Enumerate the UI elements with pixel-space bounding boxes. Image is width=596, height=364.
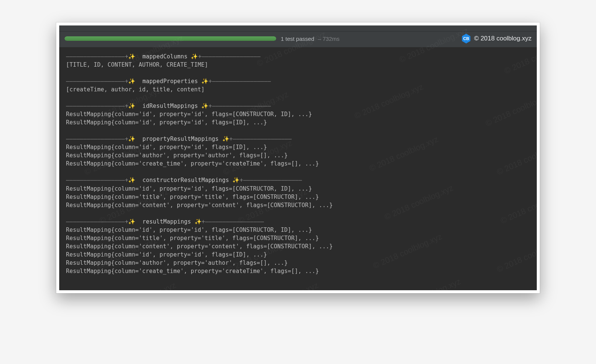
test-progress-fill bbox=[64, 36, 276, 41]
tests-passed-label: 1 test passed bbox=[281, 36, 314, 42]
brand-watermark: CB © 2018 coolblog.xyz bbox=[461, 34, 532, 43]
test-duration-label: – 732ms bbox=[318, 36, 340, 42]
status-row: 1 test passed – 732ms CB © 2018 coolblog… bbox=[59, 31, 537, 47]
test-status-text: 1 test passed – 732ms bbox=[281, 36, 340, 42]
brand-badge-icon: CB bbox=[461, 34, 471, 43]
brand-text: © 2018 coolblog.xyz bbox=[474, 35, 532, 42]
ide-test-panel: 1 test passed – 732ms CB © 2018 coolblog… bbox=[56, 22, 540, 293]
titlebar-spacer bbox=[59, 25, 537, 31]
test-progress-bar bbox=[64, 36, 276, 41]
console-output[interactable]: —————————————————+✨ mappedColumns ✨+————… bbox=[59, 47, 537, 290]
